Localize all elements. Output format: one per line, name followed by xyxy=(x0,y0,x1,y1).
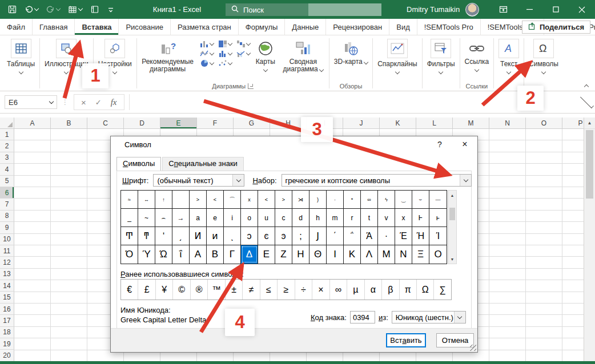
ribbon-tab-Рисование[interactable]: Рисование xyxy=(119,19,170,35)
symbol-cell[interactable]: ͳ xyxy=(138,227,155,245)
symbol-cell[interactable]: ⌢ xyxy=(155,209,172,227)
symbol-cell[interactable]: o xyxy=(241,209,258,227)
symbol-cell[interactable]: Θ xyxy=(309,245,327,264)
link-button[interactable]: Ссылка xyxy=(461,37,492,71)
scroll-up-icon[interactable]: ▲ xyxy=(584,118,595,129)
set-combo[interactable]: греческие и коптские символы xyxy=(282,174,472,187)
resize-grip[interactable] xyxy=(470,345,476,351)
symbol-cell[interactable]: Ι xyxy=(327,245,344,264)
symbol-cell[interactable]: ͵ xyxy=(172,227,190,245)
ribbon-tab-Рецензирован[interactable]: Рецензирован xyxy=(326,19,389,35)
symbol-grid-scrollbar[interactable]: ▲ ▼ xyxy=(448,190,457,264)
name-box-dropdown-icon[interactable] xyxy=(49,99,54,103)
name-box[interactable]: E6 xyxy=(5,95,57,109)
symbol-cell[interactable]: * xyxy=(344,191,361,209)
symbol-cell[interactable]: < xyxy=(207,191,224,209)
symbol-cell[interactable] xyxy=(172,191,190,209)
column-header-F[interactable]: F xyxy=(197,118,234,129)
text-button[interactable]: A Текст xyxy=(495,37,522,74)
recent-symbol-cell[interactable]: ≠ xyxy=(243,280,260,300)
row-header-14[interactable]: 14 xyxy=(0,280,14,292)
symbol-cell[interactable]: ͷ xyxy=(207,227,224,245)
scatter-chart-button[interactable] xyxy=(218,59,232,67)
ribbon-tab-Разметка стран[interactable]: Разметка стран xyxy=(171,19,239,35)
symbol-cell[interactable]: ΅ xyxy=(344,227,361,245)
symbol-cell[interactable]: > xyxy=(190,191,207,209)
symbol-cell[interactable]: · xyxy=(327,191,344,209)
symbol-cell[interactable]: Ί xyxy=(429,227,447,245)
symbol-cell[interactable]: Ͱ xyxy=(412,209,429,227)
symbol-cell[interactable]: m xyxy=(327,209,344,227)
recent-symbol-cell[interactable]: © xyxy=(173,280,190,300)
row-header-2[interactable]: 2 xyxy=(0,140,14,152)
symbol-cell[interactable]: Ό xyxy=(121,245,138,264)
collapse-ribbon-icon[interactable] xyxy=(584,84,589,89)
row-header-1[interactable]: 1 xyxy=(0,129,14,140)
font-combo-dropdown-icon[interactable] xyxy=(232,175,244,186)
redo-dropdown-icon[interactable] xyxy=(56,6,61,11)
symbol-cell[interactable]: Έ xyxy=(395,227,412,245)
undo-button[interactable] xyxy=(25,5,38,14)
tables-button[interactable]: Таблицы xyxy=(3,37,38,74)
vertical-scrollbar[interactable]: ▲ xyxy=(584,118,595,361)
minimize-icon[interactable] xyxy=(516,0,542,19)
tab-special-characters[interactable]: Специальные знаки xyxy=(162,157,244,171)
row-header-7[interactable]: 7 xyxy=(0,199,14,210)
recommended-charts-button[interactable]: ? Рекомендуемые диаграммы xyxy=(138,37,198,73)
symbol-cell[interactable]: Ά xyxy=(361,227,378,245)
symbol-cell[interactable]: c xyxy=(275,209,292,227)
row-header-12[interactable]: 12 xyxy=(0,257,14,268)
recent-symbol-cell[interactable]: € xyxy=(121,280,138,300)
combo-chart-button[interactable] xyxy=(236,50,250,58)
symbol-cell[interactable]: · xyxy=(378,227,395,245)
symbol-cell[interactable]: _ xyxy=(121,209,138,227)
filters-button[interactable]: Фильтры xyxy=(424,37,459,74)
ribbon-display-options-icon[interactable] xyxy=(490,0,516,19)
recent-symbol-cell[interactable]: ± xyxy=(226,280,243,300)
cancel-button[interactable]: Отмена xyxy=(436,333,474,347)
row-header-8[interactable]: 8 xyxy=(0,211,14,222)
sparklines-button[interactable]: Спарклайны xyxy=(374,37,421,74)
symbol-cell[interactable]: Α xyxy=(190,245,207,264)
symbol-cell[interactable]: ⋊ xyxy=(292,191,309,209)
symbol-cell[interactable]: Ο xyxy=(429,245,447,264)
ribbon-tab-Данные[interactable]: Данные xyxy=(285,19,326,35)
symbol-cell[interactable]: d xyxy=(292,209,309,227)
column-header-M[interactable]: M xyxy=(453,118,489,129)
column-header-O[interactable]: O xyxy=(526,118,562,129)
charts-dialog-launcher-icon[interactable] xyxy=(248,83,254,89)
column-header-C[interactable]: C xyxy=(87,118,124,129)
recent-symbol-cell[interactable]: α xyxy=(365,280,382,300)
column-header-L[interactable]: L xyxy=(416,118,453,129)
symbol-cell[interactable]: ⌣ xyxy=(412,191,429,209)
dialog-help-icon[interactable]: ? xyxy=(427,136,452,152)
ribbon-tab-Формулы[interactable]: Формулы xyxy=(239,19,286,35)
symbol-cell[interactable]: x xyxy=(395,209,412,227)
insert-function-icon[interactable]: fx xyxy=(111,98,117,107)
dialog-close-icon[interactable]: × xyxy=(452,136,477,152)
symbol-cell[interactable]: ͻ xyxy=(241,227,258,245)
recent-symbol-cell[interactable]: ∑ xyxy=(434,280,451,300)
column-header-E[interactable]: E xyxy=(160,118,197,129)
recent-symbol-cell[interactable]: Ω xyxy=(417,280,434,300)
workbook-stats-button[interactable] xyxy=(90,5,99,14)
maximize-icon[interactable] xyxy=(542,0,569,19)
enter-entry-icon[interactable]: ✓ xyxy=(95,98,102,107)
treemap-chart-button[interactable] xyxy=(218,40,232,48)
user-name[interactable]: Dmitry Tumaikin xyxy=(407,5,460,14)
illustrations-button[interactable]: Иллюстрации xyxy=(41,37,92,74)
close-icon[interactable] xyxy=(569,0,595,19)
column-chart-button[interactable] xyxy=(200,40,214,48)
symbols-button[interactable]: Ω Символы xyxy=(525,37,562,74)
scrollbar-thumb[interactable] xyxy=(586,130,593,199)
symbol-cell-selected[interactable]: Δ xyxy=(241,245,258,264)
symbol-cell[interactable]: ) xyxy=(309,191,327,209)
symbol-cell[interactable]: ͺ xyxy=(224,227,241,245)
column-header-A[interactable]: A xyxy=(14,118,51,129)
symbol-cell[interactable]: Γ xyxy=(224,245,241,264)
symbol-cell[interactable]: Β xyxy=(207,245,224,264)
row-header-17[interactable]: 17 xyxy=(0,315,14,326)
symbol-cell[interactable]: ↑ xyxy=(155,191,172,209)
row-header-10[interactable]: 10 xyxy=(0,234,14,245)
waterfall-chart-button[interactable] xyxy=(236,40,250,48)
